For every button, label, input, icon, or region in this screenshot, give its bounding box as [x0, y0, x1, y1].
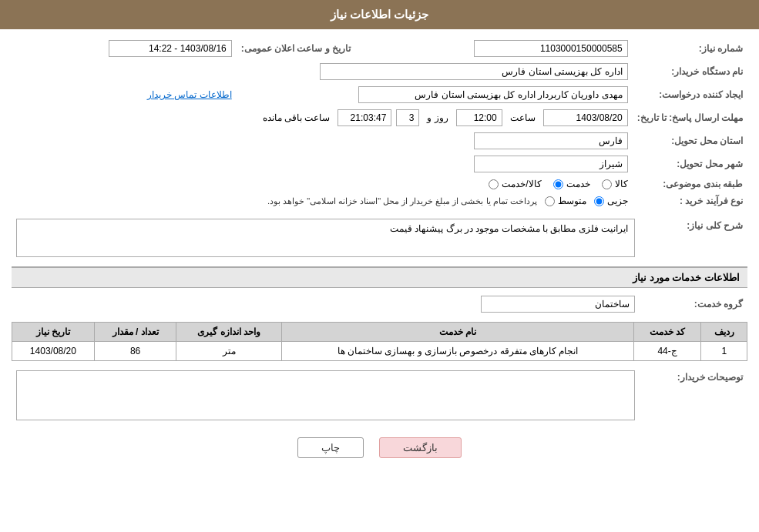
- shomara-niaz-label: شماره نیاز:: [633, 37, 747, 60]
- services-table: ردیف کد خدمت نام خدمت واحد اندازه گیری ت…: [12, 322, 747, 361]
- mohlat-saat-label: ساعت باقی مانده: [260, 112, 334, 123]
- ostan-value: فارس: [474, 132, 628, 149]
- tabaqe-kala-khedmat-label: کالا/خدمت: [502, 179, 541, 189]
- farayand-jozii[interactable]: جزیی: [594, 196, 628, 206]
- farayand-jozii-label: جزیی: [607, 196, 628, 206]
- mohlat-date: 1403/08/20: [543, 109, 628, 126]
- mohlat-rooz-label: روز و: [424, 112, 451, 123]
- mohlat-rooz: 3: [396, 109, 419, 126]
- col-code: کد خدمت: [633, 323, 701, 342]
- print-button[interactable]: چاپ: [297, 437, 364, 458]
- col-unit: واحد اندازه گیری: [176, 323, 282, 342]
- ettelaat-link[interactable]: اطلاعات تماس خریدار: [147, 89, 232, 100]
- shahr-value: شیراز: [474, 156, 628, 172]
- sharh-value: ایرانیت فلزی مطابق با مشخصات موجود در بر…: [16, 219, 635, 257]
- nam-dastgah-value: اداره کل بهزیستی استان فارس: [320, 63, 628, 80]
- farayand-motavaset[interactable]: متوسط: [545, 196, 586, 206]
- group-khadamat-label: گروه خدمت:: [640, 293, 747, 316]
- page-header: جزئیات اطلاعات نیاز: [0, 0, 759, 29]
- ostan-label: استان محل تحویل:: [633, 129, 747, 152]
- tabaqe-khedmat[interactable]: خدمت: [553, 179, 590, 189]
- tabaqe-label: طبقه بندی موضوعی:: [633, 176, 747, 192]
- nam-dastgah-label: نام دستگاه خریدار:: [633, 60, 747, 83]
- col-name: نام خدمت: [282, 323, 634, 342]
- mohlat-time-label: ساعت: [507, 112, 539, 123]
- group-khadamat-value: ساختمان: [481, 296, 635, 313]
- tabaqe-kala-khedmat[interactable]: کالا/خدمت: [489, 179, 541, 189]
- cell-code: ج-44: [633, 342, 701, 361]
- col-radif: ردیف: [701, 323, 747, 342]
- ijad-konande-label: ایجاد کننده درخواست:: [633, 83, 747, 106]
- col-date: تاریخ نیاز: [12, 323, 95, 342]
- tosif-label: توصیحات خریدار:: [640, 367, 747, 426]
- back-button[interactable]: بازگشت: [379, 437, 462, 458]
- cell-date: 1403/08/20: [12, 342, 95, 361]
- ijad-konande-value: مهدی داوریان کاربردار اداره کل بهزیستی ا…: [358, 86, 628, 103]
- shahr-label: شهر محل تحویل:: [633, 152, 747, 176]
- nooe-farayand-label: نوع فرآیند خرید :: [633, 192, 747, 209]
- tabaqe-kala[interactable]: کالا: [602, 179, 628, 189]
- table-row: 1 ج-44 انجام کارهای متفرقه درخصوص بازساز…: [12, 342, 747, 361]
- tosif-textarea[interactable]: [16, 370, 635, 420]
- cell-unit: متر: [176, 342, 282, 361]
- farayand-motavaset-label: متوسط: [558, 196, 586, 206]
- cell-radif: 1: [701, 342, 747, 361]
- col-count: تعداد / مقدار: [94, 323, 176, 342]
- shomara-niaz-value: 1103000150000585: [474, 40, 628, 57]
- mohlat-saat: 21:03:47: [338, 109, 391, 126]
- page-title: جزئیات اطلاعات نیاز: [331, 8, 428, 21]
- sharh-label: شرح کلی نیاز:: [640, 216, 747, 260]
- mohlat-time: 12:00: [456, 109, 502, 126]
- tabaqe-kala-label: کالا: [615, 179, 628, 189]
- tabaqe-khedmat-label: خدمت: [566, 179, 590, 189]
- tarikh-label: تاریخ و ساعت اعلان عمومی:: [237, 37, 355, 60]
- cell-name: انجام کارهای متفرقه درخصوص بازسازی و بهس…: [282, 342, 634, 361]
- tarikh-value: 1403/08/16 - 14:22: [109, 40, 232, 57]
- button-bar: بازگشت چاپ: [12, 437, 747, 458]
- mohlat-label: مهلت ارسال پاسخ: تا تاریخ:: [633, 106, 747, 129]
- khadamat-header: اطلاعات خدمات مورد نیاز: [12, 266, 747, 288]
- nooe-farayand-text: پرداخت تمام یا بخشی از مبلغ خریدار از مح…: [267, 196, 537, 206]
- cell-count: 86: [94, 342, 176, 361]
